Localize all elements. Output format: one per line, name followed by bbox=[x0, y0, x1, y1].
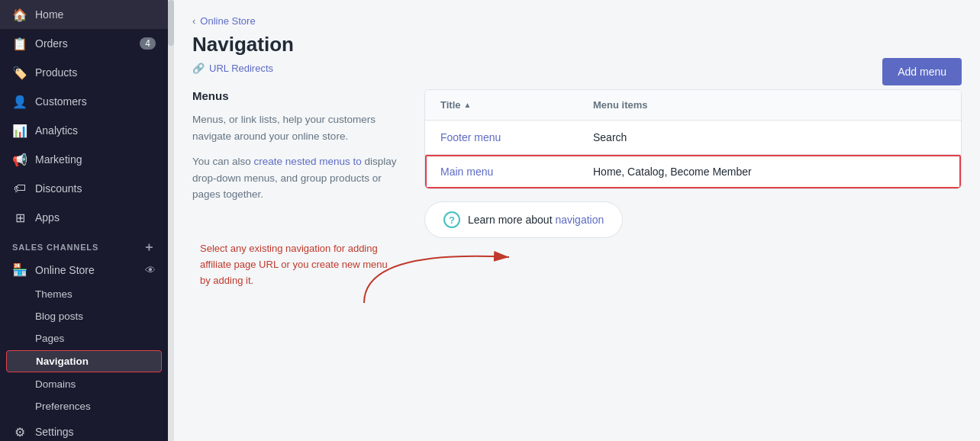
sidebar: 🏠 Home 📋 Orders 4 🏷️ Products 👤 Customer… bbox=[0, 0, 168, 441]
sidebar-item-orders[interactable]: 📋 Orders 4 bbox=[0, 29, 168, 58]
chevron-left-icon: ‹ bbox=[192, 15, 195, 27]
sales-channels-section: SALES CHANNELS ＋ bbox=[0, 232, 168, 256]
sidebar-sub-item-pages[interactable]: Pages bbox=[0, 327, 168, 349]
navigation-link[interactable]: navigation bbox=[555, 214, 604, 226]
analytics-icon: 📊 bbox=[12, 123, 27, 138]
breadcrumb-label: Online Store bbox=[200, 15, 255, 27]
orders-badge: 4 bbox=[140, 37, 156, 50]
page-title: Navigation bbox=[192, 33, 962, 56]
sidebar-item-analytics[interactable]: 📊 Analytics bbox=[0, 116, 168, 145]
table-header: Title ▲ Menu items bbox=[425, 90, 961, 121]
sidebar-item-label: Settings bbox=[35, 426, 74, 438]
right-panel: Title ▲ Menu items Footer menu Search bbox=[424, 89, 962, 296]
sidebar-item-products[interactable]: 🏷️ Products bbox=[0, 58, 168, 87]
footer-menu-cell: Footer menu bbox=[440, 131, 593, 143]
products-icon: 🏷️ bbox=[12, 65, 27, 80]
sidebar-item-customers[interactable]: 👤 Customers bbox=[0, 87, 168, 116]
sidebar-item-label: Customers bbox=[35, 95, 87, 108]
apps-icon: ⊞ bbox=[12, 210, 27, 225]
main-menu-link[interactable]: Main menu bbox=[440, 166, 493, 178]
sidebar-item-label: Home bbox=[35, 8, 63, 21]
url-redirects-label: URL Redirects bbox=[209, 63, 273, 74]
sidebar-item-settings[interactable]: ⚙ Settings bbox=[0, 417, 168, 441]
add-menu-button[interactable]: Add menu bbox=[882, 58, 962, 85]
content-area: Menus Menus, or link lists, help your cu… bbox=[192, 89, 962, 296]
sidebar-sub-item-navigation[interactable]: Navigation bbox=[6, 350, 162, 372]
home-icon: 🏠 bbox=[12, 7, 27, 22]
settings-icon: ⚙ bbox=[12, 424, 27, 439]
nested-menus-link[interactable]: create nested menus to bbox=[254, 156, 362, 167]
main-menu-items: Home, Catalog, Become Member bbox=[593, 166, 752, 178]
marketing-icon: 📢 bbox=[12, 152, 27, 167]
add-channel-button[interactable]: ＋ bbox=[143, 241, 156, 253]
sidebar-item-label: Apps bbox=[35, 211, 60, 224]
customers-icon: 👤 bbox=[12, 94, 27, 109]
sidebar-item-label: Analytics bbox=[35, 124, 78, 137]
main-menu-cell: Main menu bbox=[440, 166, 593, 178]
sidebar-item-label: Marketing bbox=[35, 153, 82, 166]
table-row: Footer menu Search bbox=[425, 121, 961, 155]
sidebar-sub-item-preferences[interactable]: Preferences bbox=[0, 395, 168, 417]
breadcrumb[interactable]: ‹ Online Store bbox=[192, 15, 962, 27]
table-row: Main menu Home, Catalog, Become Member bbox=[425, 155, 961, 188]
annotation-box: Select any existing navigation for addin… bbox=[192, 233, 406, 296]
column-title-header: Title ▲ bbox=[440, 99, 593, 111]
orders-icon: 📋 bbox=[12, 36, 27, 51]
link-icon: 🔗 bbox=[192, 63, 205, 74]
url-redirects-link[interactable]: 🔗 URL Redirects bbox=[192, 63, 962, 74]
sidebar-item-label: Discounts bbox=[35, 182, 82, 195]
store-icon: 🏪 bbox=[12, 262, 27, 277]
main-content: Add menu ‹ Online Store Navigation 🔗 URL… bbox=[174, 0, 980, 441]
sidebar-sub-item-themes[interactable]: Themes bbox=[0, 283, 168, 305]
sidebar-sub-item-domains[interactable]: Domains bbox=[0, 373, 168, 395]
sidebar-item-label: Products bbox=[35, 66, 77, 79]
sidebar-item-apps[interactable]: ⊞ Apps bbox=[0, 203, 168, 232]
sidebar-item-home[interactable]: 🏠 Home bbox=[0, 0, 168, 29]
discounts-icon: 🏷 bbox=[12, 181, 27, 196]
sort-icon: ▲ bbox=[464, 101, 472, 109]
menus-title: Menus bbox=[192, 89, 406, 102]
menus-description-1: Menus, or link lists, help your customer… bbox=[192, 111, 406, 144]
learn-more-text: Learn more about navigation bbox=[468, 214, 604, 226]
sidebar-sub-item-blog-posts[interactable]: Blog posts bbox=[0, 305, 168, 327]
left-panel: Menus Menus, or link lists, help your cu… bbox=[192, 89, 406, 296]
footer-menu-items: Search bbox=[593, 131, 627, 143]
sidebar-scrollbar[interactable] bbox=[168, 0, 174, 441]
column-items-header: Menu items bbox=[593, 99, 648, 111]
sidebar-item-label: Orders bbox=[35, 37, 68, 50]
menu-table: Title ▲ Menu items Footer menu Search bbox=[424, 89, 962, 189]
learn-more-box: ? Learn more about navigation bbox=[424, 201, 623, 238]
menus-description-2: You can also create nested menus to disp… bbox=[192, 153, 406, 203]
sidebar-item-discounts[interactable]: 🏷 Discounts bbox=[0, 174, 168, 203]
sidebar-item-online-store[interactable]: 🏪 Online Store 👁 bbox=[0, 256, 168, 283]
online-store-label: Online Store bbox=[35, 264, 137, 276]
sidebar-item-marketing[interactable]: 📢 Marketing bbox=[0, 145, 168, 174]
annotation-text: Select any existing navigation for addin… bbox=[200, 241, 398, 288]
eye-icon: 👁 bbox=[145, 264, 156, 276]
content-scroll[interactable]: Add menu ‹ Online Store Navigation 🔗 URL… bbox=[174, 0, 980, 441]
footer-menu-link[interactable]: Footer menu bbox=[440, 131, 501, 143]
help-icon: ? bbox=[443, 211, 460, 228]
